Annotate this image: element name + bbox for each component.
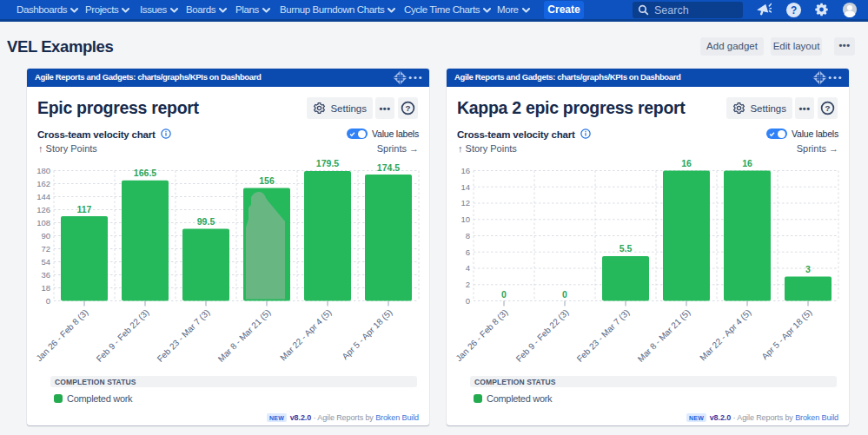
svg-text:Apr 5 - Apr 18 (5): Apr 5 - Apr 18 (5) bbox=[340, 307, 394, 361]
svg-text:Jan 26 - Feb 8 (3): Jan 26 - Feb 8 (3) bbox=[454, 307, 509, 363]
svg-text:0: 0 bbox=[46, 296, 50, 306]
svg-text:117: 117 bbox=[77, 204, 92, 214]
svg-text:?: ? bbox=[825, 103, 831, 113]
svg-text:156: 156 bbox=[259, 175, 275, 186]
svg-text:Jan 26 - Feb 8 (3): Jan 26 - Feb 8 (3) bbox=[34, 307, 89, 363]
svg-text:0: 0 bbox=[501, 289, 507, 300]
svg-text:Mar 8 - Mar 21 (5): Mar 8 - Mar 21 (5) bbox=[636, 307, 692, 364]
svg-text:16: 16 bbox=[742, 158, 752, 168]
svg-text:108: 108 bbox=[36, 218, 50, 227]
svg-text:?: ? bbox=[406, 103, 411, 113]
svg-text:4: 4 bbox=[466, 263, 470, 273]
svg-text:16: 16 bbox=[461, 166, 470, 175]
svg-text:12: 12 bbox=[461, 198, 470, 208]
svg-text:Mar 22 - Apr 4 (5): Mar 22 - Apr 4 (5) bbox=[698, 307, 752, 362]
svg-text:174.5: 174.5 bbox=[377, 162, 400, 173]
svg-text:5.5: 5.5 bbox=[620, 243, 633, 254]
svg-text:179.5: 179.5 bbox=[316, 158, 339, 168]
svg-text:0: 0 bbox=[466, 296, 470, 306]
svg-text:166.5: 166.5 bbox=[134, 168, 156, 178]
svg-text:90: 90 bbox=[41, 231, 50, 241]
svg-text:?: ? bbox=[791, 4, 797, 16]
svg-text:Feb 9 - Feb 22 (3): Feb 9 - Feb 22 (3) bbox=[514, 307, 571, 364]
svg-text:144: 144 bbox=[36, 192, 50, 201]
svg-text:Feb 23 - Mar 7 (3): Feb 23 - Mar 7 (3) bbox=[156, 307, 212, 364]
svg-text:3: 3 bbox=[805, 264, 811, 274]
svg-text:2: 2 bbox=[466, 280, 470, 289]
svg-text:Mar 8 - Mar 21 (5): Mar 8 - Mar 21 (5) bbox=[216, 307, 273, 364]
svg-text:54: 54 bbox=[41, 257, 50, 267]
svg-text:126: 126 bbox=[36, 205, 50, 214]
svg-text:6: 6 bbox=[466, 247, 470, 257]
svg-text:10: 10 bbox=[461, 214, 470, 224]
svg-text:Feb 23 - Mar 7 (3): Feb 23 - Mar 7 (3) bbox=[575, 307, 632, 364]
svg-text:99.5: 99.5 bbox=[197, 216, 215, 227]
svg-text:36: 36 bbox=[41, 270, 50, 280]
svg-text:Mar 22 - Apr 4 (5): Mar 22 - Apr 4 (5) bbox=[278, 307, 333, 362]
svg-text:14: 14 bbox=[461, 182, 470, 192]
svg-text:8: 8 bbox=[466, 231, 470, 241]
svg-text:162: 162 bbox=[36, 179, 50, 188]
svg-text:Apr 5 - Apr 18 (5): Apr 5 - Apr 18 (5) bbox=[759, 307, 813, 361]
svg-text:18: 18 bbox=[41, 283, 50, 293]
svg-text:180: 180 bbox=[36, 166, 50, 175]
svg-text:0: 0 bbox=[562, 289, 567, 300]
svg-text:16: 16 bbox=[681, 158, 692, 168]
svg-text:Feb 9 - Feb 22 (3): Feb 9 - Feb 22 (3) bbox=[95, 307, 151, 364]
svg-text:72: 72 bbox=[41, 244, 50, 254]
